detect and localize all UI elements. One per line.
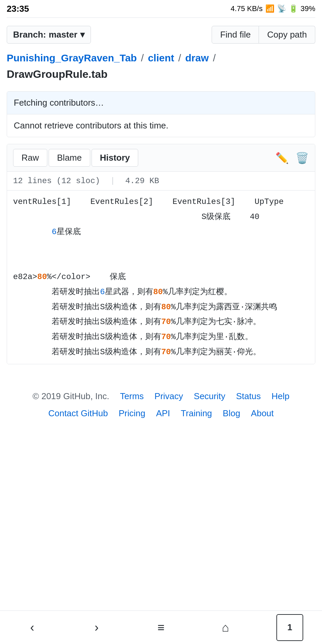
copy-path-button[interactable]: Copy path [259,26,315,44]
file-title: DrawGroupRule.tab [0,68,322,86]
footer-row-1: © 2019 GitHub, Inc. Terms Privacy Securi… [7,391,315,401]
code-line-9: 若研发时抽出S级构造体，则有70%几率判定为七实·脉冲。 [7,315,315,330]
battery-icon: 🔋 [289,4,298,13]
footer-link-blog[interactable]: Blog [223,408,240,419]
forward-button[interactable]: › [83,614,110,641]
back-button[interactable]: ‹ [19,614,46,641]
code-line-4 [7,239,315,255]
footer-link-privacy[interactable]: Privacy [155,391,183,401]
footer-link-status[interactable]: Status [236,391,261,401]
footer-copyright: © 2019 GitHub, Inc. [33,391,109,401]
menu-button[interactable]: ≡ [148,614,174,641]
slash-2: / [178,52,184,63]
footer-link-help[interactable]: Help [271,391,289,401]
breadcrumb-client[interactable]: client [148,52,174,63]
tab-blame[interactable]: Blame [49,149,90,167]
branch-name: master [49,30,77,40]
slash-3: / [213,52,216,63]
branch-row: Branch: master ▾ Find file Copy path [0,18,322,49]
tabs-button[interactable]: 1 [276,614,303,641]
battery-level: 39% [301,4,315,13]
code-line-11: 若研发时抽出S级构造体，则有70%几率判定为丽芙·仰光。 [7,345,315,360]
wifi-icon: 📶 [265,4,274,13]
meta-separator: | [110,176,115,185]
code-line-2: S级保底 40 [7,210,315,225]
code-line-5 [7,255,315,270]
contributors-fetching: Fetching contributors… [7,92,315,114]
code-line-7: 若研发时抽出6星武器，则有80%几率判定为红樱。 [7,285,315,300]
footer-link-api[interactable]: API [156,408,170,419]
branch-selector[interactable]: Branch: master ▾ [7,26,91,44]
chevron-down-icon: ▾ [80,30,85,40]
footer: © 2019 GitHub, Inc. Terms Privacy Securi… [0,371,322,432]
contributors-box: Fetching contributors… Cannot retrieve c… [7,91,315,137]
edit-icon[interactable]: ✏️ [275,152,289,164]
file-toolbar: Raw Blame History ✏️ 🗑️ [7,144,315,172]
code-line-10: 若研发时抽出S级构造体，则有70%几率判定为里·乱数。 [7,330,315,345]
code-content: ventRules[1] EventRules[2] EventRules[3]… [7,191,315,364]
breadcrumb: Punishing_GrayRaven_Tab / client / draw … [0,49,322,68]
breadcrumb-repo[interactable]: Punishing_GrayRaven_Tab [7,52,137,63]
tab-raw[interactable]: Raw [13,149,47,167]
code-line-8: 若研发时抽出S级构造体，则有80%几率判定为露西亚·深渊共鸣 [7,300,315,315]
bottom-nav: ‹ › ≡ ⌂ 1 [0,610,322,644]
home-button[interactable]: ⌂ [212,614,239,641]
file-actions: ✏️ 🗑️ [275,152,309,164]
footer-row-2: Contact GitHub Pricing API Training Blog… [7,408,315,419]
network-speed: 4.75 KB/s [231,4,263,13]
footer-link-about[interactable]: About [251,408,274,419]
action-buttons: Find file Copy path [212,26,315,44]
code-line-6: e82a>80%</color> 保底 [7,270,315,285]
footer-link-security[interactable]: Security [194,391,225,401]
delete-icon[interactable]: 🗑️ [296,152,309,164]
footer-link-terms[interactable]: Terms [120,391,144,401]
breadcrumb-draw[interactable]: draw [185,52,209,63]
footer-link-contact[interactable]: Contact GitHub [48,408,108,419]
footer-link-pricing[interactable]: Pricing [119,408,145,419]
branch-label: Branch: [13,30,46,40]
status-time: 23:35 [7,4,29,14]
file-size: 4.29 KB [125,176,159,185]
code-line-3: 6星保底 [7,225,315,240]
contributors-error: Cannot retrieve contributors at this tim… [7,114,315,137]
find-file-button[interactable]: Find file [212,26,259,44]
slash-1: / [141,52,147,63]
status-bar: 23:35 4.75 KB/s 📶 📡 🔋 39% [0,0,322,17]
status-icons: 4.75 KB/s 📶 📡 🔋 39% [231,4,315,13]
file-lines: 12 lines (12 sloc) [13,176,100,185]
signal-icon: 📡 [277,4,286,13]
code-line-1: ventRules[1] EventRules[2] EventRules[3]… [7,195,315,210]
file-viewer: Raw Blame History ✏️ 🗑️ 12 lines (12 slo… [7,144,315,364]
tab-history[interactable]: History [92,149,139,167]
footer-link-training[interactable]: Training [181,408,212,419]
file-tabs: Raw Blame History [13,149,138,167]
file-meta: 12 lines (12 sloc) | 4.29 KB [7,172,315,191]
